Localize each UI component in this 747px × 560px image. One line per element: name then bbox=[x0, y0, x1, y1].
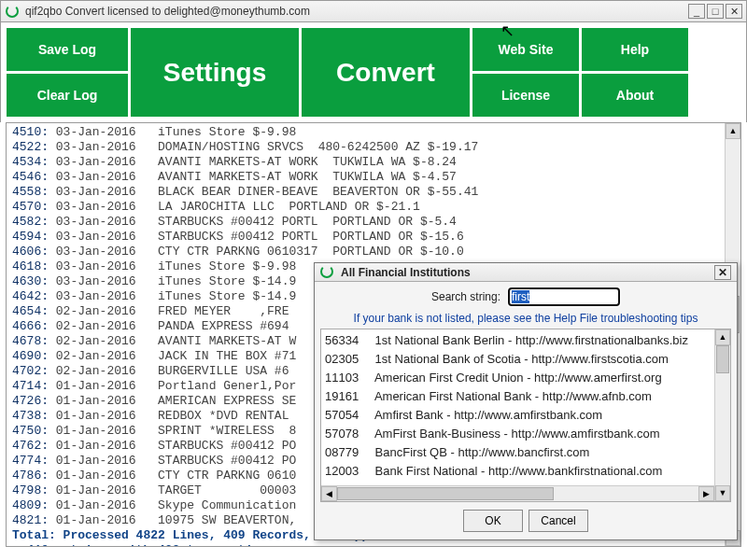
about-button[interactable]: About bbox=[582, 74, 688, 117]
license-button[interactable]: License bbox=[472, 74, 579, 117]
bank-list-item[interactable]: 56334 1st National Bank Berlin - http://… bbox=[325, 331, 726, 350]
bank-list-item[interactable]: 08779 BancFirst QB - http://www.bancfirs… bbox=[325, 443, 726, 462]
bank-list-item[interactable]: 02305 1st National Bank of Scotia - http… bbox=[325, 350, 726, 369]
dialog-titlebar: All Financial Institutions ✕ bbox=[315, 263, 737, 282]
dialog-close-button[interactable]: ✕ bbox=[714, 265, 731, 280]
minimize-button[interactable]: _ bbox=[688, 4, 705, 19]
help-button[interactable]: Help bbox=[582, 28, 688, 71]
ok-button[interactable]: OK bbox=[463, 510, 523, 532]
save-log-button[interactable]: Save Log bbox=[7, 28, 128, 71]
list-vscrollbar[interactable]: ▲ ▼ bbox=[714, 329, 730, 501]
list-hscrollbar[interactable]: ◀ ▶ bbox=[321, 485, 714, 501]
cancel-button[interactable]: Cancel bbox=[529, 510, 588, 532]
scroll-up-icon[interactable]: ▲ bbox=[726, 123, 740, 139]
bank-list-item[interactable]: 57054 Amfirst Bank - http://www.amfirstb… bbox=[325, 406, 726, 425]
search-row: Search string: bbox=[315, 282, 737, 312]
dialog-icon bbox=[320, 265, 335, 280]
bank-list-item[interactable]: 11103 American First Credit Union - http… bbox=[325, 369, 726, 387]
scroll-thumb[interactable] bbox=[716, 345, 729, 373]
search-label: Search string: bbox=[431, 290, 500, 303]
log-line: 4606: 03-Jan-2016 CTY CTR PARKNG 0610317… bbox=[12, 245, 735, 259]
scroll-left-icon[interactable]: ◀ bbox=[321, 486, 337, 501]
log-summary: 410 entries, with 409 transactions were … bbox=[12, 543, 735, 546]
close-button[interactable]: ✕ bbox=[726, 4, 742, 19]
app-icon bbox=[5, 4, 20, 19]
bank-list-item[interactable]: 12003 Bank First National - http://www.b… bbox=[325, 462, 726, 481]
web-site-button[interactable]: Web Site bbox=[472, 28, 579, 71]
financial-institutions-dialog: All Financial Institutions ✕ Search stri… bbox=[314, 262, 738, 540]
log-line: 4546: 03-Jan-2016 AVANTI MARKETS-AT WORK… bbox=[12, 170, 735, 185]
scroll-thumb[interactable] bbox=[337, 487, 554, 500]
convert-button[interactable]: Convert bbox=[302, 28, 470, 117]
clear-log-button[interactable]: Clear Log bbox=[7, 74, 128, 117]
log-line: 4534: 03-Jan-2016 AVANTI MARKETS-AT WORK… bbox=[12, 155, 735, 170]
bank-list-item[interactable]: 19161 American First National Bank - htt… bbox=[325, 387, 726, 406]
log-line: 4522: 03-Jan-2016 DOMAIN/HOSTING SRVCS 4… bbox=[12, 140, 735, 155]
settings-button[interactable]: Settings bbox=[131, 28, 299, 117]
scroll-down-icon[interactable]: ▼ bbox=[715, 485, 730, 501]
log-line: 4582: 03-Jan-2016 STARBUCKS #00412 PORTL… bbox=[12, 215, 735, 230]
log-line: 4594: 03-Jan-2016 STARBUCKS #00412 PORTL… bbox=[12, 230, 735, 245]
log-line: 4570: 03-Jan-2016 LA JAROCHITA LLC PORTL… bbox=[12, 200, 735, 215]
help-tip-link[interactable]: If your bank is not listed, please see t… bbox=[315, 312, 737, 329]
window-title: qif2qbo Convert licensed to delighted@mo… bbox=[25, 5, 688, 18]
search-input[interactable] bbox=[508, 287, 620, 306]
log-line: 4510: 03-Jan-2016 iTunes Store $-9.98 bbox=[12, 125, 735, 140]
toolbar: Save Log Clear Log Settings Convert Web … bbox=[0, 22, 747, 122]
titlebar: qif2qbo Convert licensed to delighted@mo… bbox=[0, 0, 747, 22]
scroll-right-icon[interactable]: ▶ bbox=[698, 486, 714, 501]
bank-list-item[interactable]: 57078 AmFirst Bank-Business - http://www… bbox=[325, 425, 726, 443]
scroll-up-icon[interactable]: ▲ bbox=[715, 329, 730, 345]
dialog-title: All Financial Institutions bbox=[341, 266, 714, 279]
maximize-button[interactable]: □ bbox=[707, 4, 724, 19]
bank-list: 56334 1st National Bank Berlin - http://… bbox=[320, 329, 731, 502]
log-line: 4558: 03-Jan-2016 BLACK BEAR DINER-BEAVE… bbox=[12, 185, 735, 200]
